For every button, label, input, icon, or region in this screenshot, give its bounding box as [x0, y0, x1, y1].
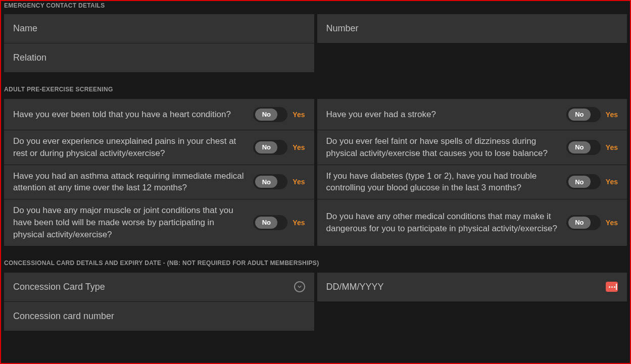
toggle-switch[interactable]: No [566, 140, 601, 155]
question-diabetes: If you have diabetes (type 1 or 2), have… [317, 165, 627, 200]
toggle-group: No Yes [253, 215, 305, 230]
toggle-knob-no: No [255, 176, 277, 188]
toggle-group: No Yes [253, 174, 305, 189]
toggle-yes-label[interactable]: Yes [606, 219, 618, 227]
emergency-relation-field[interactable] [4, 43, 314, 73]
toggle-switch[interactable]: No [253, 174, 287, 189]
chevron-down-icon[interactable] [294, 281, 305, 292]
toggle-yes-label[interactable]: Yes [293, 178, 305, 186]
emergency-number-field[interactable] [317, 14, 627, 43]
toggle-group: No Yes [566, 107, 618, 122]
toggle-switch[interactable]: No [253, 215, 287, 230]
toggle-yes-label[interactable]: Yes [293, 219, 305, 227]
question-stroke: Have you ever had a stroke? No Yes [317, 99, 627, 130]
toggle-knob-no: No [568, 141, 591, 153]
toggle-switch[interactable]: No [566, 215, 601, 230]
question-dizziness: Do you ever feel faint or have spells of… [317, 130, 627, 165]
concession-card-type-placeholder: Concession Card Type [13, 282, 105, 292]
question-muscle-joint: Do you have any major muscle or joint co… [4, 199, 314, 246]
question-asthma: Have you had an asthma attack requiring … [4, 165, 314, 200]
toggle-switch[interactable]: No [253, 140, 287, 155]
question-text: Have you had an asthma attack requiring … [13, 170, 253, 194]
toggle-knob-no: No [568, 176, 591, 188]
toggle-switch[interactable]: No [566, 174, 601, 189]
emergency-name-field[interactable] [4, 14, 314, 43]
question-text: Do you ever feel faint or have spells of… [326, 135, 566, 160]
toggle-yes-label[interactable]: Yes [606, 178, 618, 186]
question-other-medical: Do you have any other medical conditions… [317, 199, 627, 246]
concession-card-type-field[interactable]: Concession Card Type [4, 273, 314, 302]
toggle-group: No Yes [253, 140, 305, 155]
emergency-name-input[interactable] [13, 23, 305, 34]
toggle-knob-no: No [255, 109, 277, 121]
toggle-group: No Yes [566, 215, 618, 230]
toggle-knob-no: No [568, 217, 591, 229]
toggle-knob-no: No [255, 141, 277, 153]
toggle-yes-label[interactable]: Yes [293, 111, 305, 119]
toggle-yes-label[interactable]: Yes [606, 143, 618, 151]
screening-question-grid: Have you ever been told that you have a … [1, 99, 630, 246]
section-header-emergency: EMERGENCY CONTACT DETAILS [1, 1, 630, 14]
section-header-concession: CONCESSIONAL CARD DETAILS AND EXPIRY DAT… [1, 246, 630, 273]
concession-card-number-input[interactable] [13, 311, 305, 322]
question-text: Have you ever been told that you have a … [13, 109, 253, 121]
question-heart-condition: Have you ever been told that you have a … [4, 99, 314, 130]
question-chest-pain: Do you ever experience unexplained pains… [4, 130, 314, 165]
toggle-group: No Yes [566, 174, 618, 189]
question-text: Do you ever experience unexplained pains… [13, 135, 253, 160]
toggle-knob-no: No [568, 109, 591, 121]
toggle-group: No Yes [253, 107, 305, 122]
toggle-switch[interactable]: No [253, 107, 287, 122]
date-picker-icon[interactable] [606, 282, 618, 292]
concession-expiry-input[interactable] [326, 282, 618, 292]
toggle-knob-no: No [255, 217, 277, 229]
concession-card-number-field[interactable] [4, 302, 314, 331]
emergency-number-input[interactable] [326, 23, 618, 34]
concession-expiry-field[interactable] [317, 273, 627, 302]
question-text: Have you ever had a stroke? [326, 109, 566, 121]
toggle-yes-label[interactable]: Yes [606, 111, 618, 119]
question-text: Do you have any other medical conditions… [326, 211, 566, 235]
section-header-screening: ADULT PRE-EXERCISE SCREENING [1, 73, 630, 99]
question-text: Do you have any major muscle or joint co… [13, 204, 253, 240]
form-container: EMERGENCY CONTACT DETAILS ADULT PRE-EXER… [0, 0, 631, 364]
empty-cell [317, 43, 627, 73]
emergency-relation-input[interactable] [13, 53, 305, 63]
empty-cell [317, 302, 627, 331]
toggle-group: No Yes [566, 140, 618, 155]
question-text: If you have diabetes (type 1 or 2), have… [326, 170, 566, 194]
toggle-yes-label[interactable]: Yes [293, 143, 305, 151]
toggle-switch[interactable]: No [566, 107, 601, 122]
